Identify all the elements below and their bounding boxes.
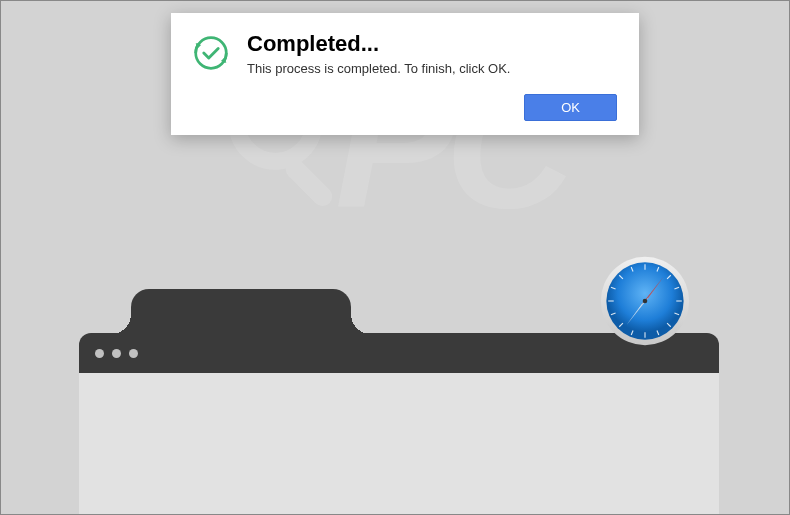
completed-dialog: Completed... This process is completed. … [171,13,639,135]
svg-rect-1 [282,155,336,209]
browser-body [79,373,719,514]
svg-point-24 [643,299,648,304]
traffic-light-dot [112,349,121,358]
dialog-title: Completed... [247,31,617,57]
traffic-light-dot [129,349,138,358]
browser-tab [131,289,351,334]
traffic-light-dot [95,349,104,358]
completed-check-icon [193,35,229,75]
svg-point-25 [196,38,227,69]
safari-icon [599,255,691,347]
dialog-message: This process is completed. To finish, cl… [247,61,617,76]
ok-button[interactable]: OK [524,94,617,121]
